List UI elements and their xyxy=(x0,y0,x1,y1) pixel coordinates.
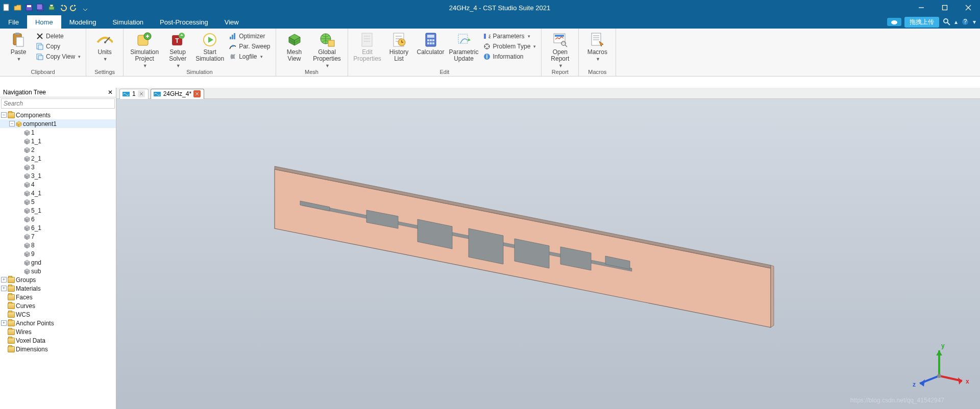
open-icon[interactable] xyxy=(13,3,22,12)
tree-item[interactable]: 3 xyxy=(0,163,116,171)
optimizer-button[interactable]: Optimizer xyxy=(227,32,272,41)
tree-item-label: 1_1 xyxy=(31,138,41,145)
tree-item[interactable]: 4 xyxy=(0,180,116,189)
search-input[interactable] xyxy=(2,99,114,108)
global-properties-button[interactable]: Global Properties▼ xyxy=(310,30,345,68)
tree-item-label: 4_1 xyxy=(31,190,41,197)
tree-item[interactable]: 2 xyxy=(0,145,116,154)
tree-item[interactable]: 6_1 xyxy=(0,223,116,232)
tree-item[interactable]: 6 xyxy=(0,215,116,223)
tab-postprocessing[interactable]: Post-Processing xyxy=(152,15,216,29)
tree-item[interactable]: Wires xyxy=(0,327,116,336)
svg-text:?: ? xyxy=(964,18,967,25)
tree-item-label: 5_1 xyxy=(31,207,41,214)
tree-item[interactable]: 1_1 xyxy=(0,137,116,145)
parametric-update-button[interactable]: Parametric Update xyxy=(447,30,481,62)
tab-view[interactable]: View xyxy=(216,15,247,29)
orientation-triad[interactable]: x y z xyxy=(909,338,970,399)
delete-button[interactable]: Delete xyxy=(34,32,83,41)
mesh-view-button[interactable]: Mesh View xyxy=(279,30,310,62)
tree-item-label: Components xyxy=(16,112,51,119)
undo-icon[interactable] xyxy=(58,3,67,12)
help-icon[interactable]: ? xyxy=(961,17,970,27)
calculator-button[interactable]: Calculator xyxy=(414,30,447,56)
close-icon[interactable]: ✕ xyxy=(108,89,113,96)
new-icon[interactable] xyxy=(2,3,11,12)
tab-file[interactable]: File xyxy=(0,15,27,29)
copy-button[interactable]: Copy xyxy=(34,42,83,51)
tree-item[interactable]: 2_1 xyxy=(0,154,116,163)
tree-item[interactable]: 1 xyxy=(0,128,116,137)
logfile-button[interactable]: Logfile▾ xyxy=(227,52,272,61)
ribbon: Paste▼ Delete Copy Copy View▾ Clipboard … xyxy=(0,29,980,76)
tree-item[interactable]: WCS xyxy=(0,310,116,319)
tree-item[interactable]: 4_1 xyxy=(0,189,116,197)
tree-item-label: 6 xyxy=(31,216,35,223)
par-sweep-button[interactable]: Par. Sweep xyxy=(227,42,272,51)
copyview-button[interactable]: Copy View▾ xyxy=(34,52,83,61)
tree-item[interactable]: +Groups xyxy=(0,275,116,284)
paste-button[interactable]: Paste▼ xyxy=(3,30,34,62)
qat-overflow-icon[interactable] xyxy=(81,3,90,12)
history-list-button[interactable]: History List xyxy=(384,30,414,62)
tree-item[interactable]: Dimensions xyxy=(0,345,116,353)
svg-point-85 xyxy=(937,374,941,378)
tree-item[interactable]: 8 xyxy=(0,241,116,249)
maximize-button[interactable] xyxy=(933,0,957,15)
navigation-tree[interactable]: −Components−component111_122_133_144_155… xyxy=(0,110,116,409)
viewport-3d[interactable]: 1 24GHz_4* xyxy=(116,88,980,409)
edit-properties-button: Edit Properties xyxy=(351,30,384,62)
group-simulation: Simulation Project▼ T Setup Solver▼ Star… xyxy=(124,29,276,76)
information-button[interactable]: iInformation xyxy=(481,52,538,61)
setup-solver-button[interactable]: T Setup Solver▼ xyxy=(162,30,193,68)
tree-item-label: 8 xyxy=(31,242,35,249)
search-icon[interactable] xyxy=(942,17,951,27)
macros-button[interactable]: Macros▼ xyxy=(582,30,612,62)
tree-item[interactable]: 3_1 xyxy=(0,171,116,180)
tree-item-label: 2_1 xyxy=(31,155,41,162)
tab-home[interactable]: Home xyxy=(27,15,61,29)
upload-pill[interactable]: 拖拽上传 xyxy=(904,17,939,28)
group-report: Open Report▼ Report xyxy=(542,29,579,76)
tab-modeling[interactable]: Modeling xyxy=(61,15,105,29)
group-label: Edit xyxy=(351,69,538,76)
tree-item[interactable]: +Anchor Points xyxy=(0,319,116,327)
svg-rect-47 xyxy=(430,39,432,41)
tab-simulation[interactable]: Simulation xyxy=(104,15,152,29)
saveall-icon[interactable] xyxy=(36,3,45,12)
tree-item[interactable]: 5 xyxy=(0,197,116,206)
problem-type-button[interactable]: Problem Type▾ xyxy=(481,42,538,51)
svg-line-61 xyxy=(565,45,567,47)
save-icon[interactable] xyxy=(24,3,34,12)
svg-rect-59 xyxy=(555,35,564,37)
tree-item[interactable]: 5_1 xyxy=(0,206,116,215)
chevron-up-icon[interactable]: ▴ xyxy=(954,18,958,25)
tree-item[interactable]: sub xyxy=(0,267,116,275)
tree-item[interactable]: −Components xyxy=(0,111,116,119)
close-button[interactable] xyxy=(957,0,980,15)
chevron-down-icon[interactable]: ▾ xyxy=(973,18,976,25)
tree-item[interactable]: +Materials xyxy=(0,284,116,293)
group-macros: Macros▼ Macros xyxy=(579,29,616,76)
tree-item[interactable]: −component1 xyxy=(0,119,116,128)
print-icon[interactable] xyxy=(47,3,56,12)
svg-rect-18 xyxy=(38,45,43,49)
parameters-button[interactable]: aParameters▾ xyxy=(481,32,538,41)
redo-icon[interactable] xyxy=(69,3,79,12)
start-simulation-button[interactable]: Start Simulation xyxy=(193,30,227,62)
svg-rect-34 xyxy=(328,40,334,46)
simulation-project-button[interactable]: Simulation Project▼ xyxy=(127,30,162,68)
minimize-button[interactable] xyxy=(910,0,933,15)
open-report-button[interactable]: Open Report▼ xyxy=(545,30,575,68)
units-button[interactable]: Units▼ xyxy=(89,30,120,62)
tree-item[interactable]: Faces xyxy=(0,293,116,301)
tree-item[interactable]: Voxel Data xyxy=(0,336,116,345)
svg-rect-8 xyxy=(943,6,947,10)
navigation-search[interactable] xyxy=(1,98,115,109)
tree-item[interactable]: 9 xyxy=(0,249,116,258)
tree-item[interactable]: gnd xyxy=(0,258,116,267)
cloud-widget[interactable] xyxy=(887,18,901,26)
quick-access-toolbar xyxy=(0,3,90,12)
tree-item[interactable]: 7 xyxy=(0,232,116,241)
tree-item[interactable]: Curves xyxy=(0,301,116,310)
